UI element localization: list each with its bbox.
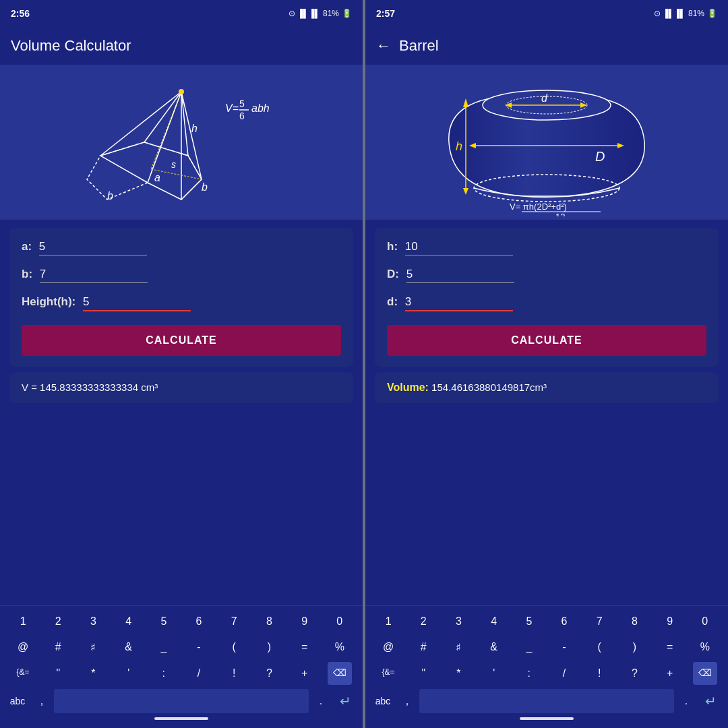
svg-text:b: b [202, 181, 208, 193]
key-period-left[interactable]: . [309, 690, 333, 712]
key-period-right[interactable]: . [674, 690, 698, 712]
key-eq-left[interactable]: = [293, 636, 317, 659]
key-8-right[interactable]: 8 [622, 610, 646, 633]
key-apos-left[interactable]: ' [117, 662, 141, 685]
svg-marker-27 [463, 188, 468, 195]
key-hash-left[interactable]: # [46, 636, 70, 659]
key-backspace-left[interactable]: ⌫ [328, 662, 352, 685]
key-quote-left[interactable]: " [46, 662, 70, 685]
key-8-left[interactable]: 8 [257, 610, 281, 633]
app-title-right: Barrel [399, 37, 439, 55]
key-4-left[interactable]: 4 [117, 610, 141, 633]
label-d: d: [387, 295, 401, 308]
nav-handle-left [154, 717, 208, 720]
key-eq-right[interactable]: = [658, 636, 682, 659]
result-box-right: Volume: 154.46163880149817cm³ [375, 372, 719, 403]
key-under-left[interactable]: _ [152, 636, 176, 659]
key-enter-right[interactable]: ↵ [698, 688, 723, 715]
key-0-left[interactable]: 0 [328, 610, 352, 633]
key-slash-right[interactable]: / [552, 662, 576, 685]
key-minus-left[interactable]: - [187, 636, 211, 659]
signal-icon-right: ⊙ ▐▌▐▌ [654, 9, 686, 18]
field-D: D: [387, 266, 706, 283]
key-pct-left[interactable]: % [328, 636, 352, 659]
key-3-left[interactable]: 3 [81, 610, 105, 633]
key-plus-right[interactable]: + [658, 662, 682, 685]
key-backspace-right[interactable]: ⌫ [693, 662, 717, 685]
key-special-right[interactable]: {&= [376, 662, 400, 685]
key-rparen-left[interactable]: ) [257, 636, 281, 659]
key-0-right[interactable]: 0 [693, 610, 717, 633]
key-9-right[interactable]: 9 [658, 610, 682, 633]
calculate-button-left[interactable]: CALCULATE [22, 325, 341, 356]
key-9-left[interactable]: 9 [293, 610, 317, 633]
key-comma-right[interactable]: , [395, 690, 419, 712]
input-D[interactable] [406, 266, 514, 283]
key-star-left[interactable]: * [81, 662, 105, 685]
kb-row2-left: @ # ♯ & _ - ( ) = % [5, 636, 357, 659]
input-b[interactable] [40, 266, 148, 283]
key-sharp-right[interactable]: ♯ [446, 636, 471, 659]
pyramid-diagram: h s a b b V= 5 6 abh [26, 68, 336, 216]
key-amp-right[interactable]: & [482, 636, 506, 659]
key-3-right[interactable]: 3 [446, 610, 471, 633]
key-2-left[interactable]: 2 [46, 610, 70, 633]
svg-text:5: 5 [239, 98, 245, 109]
input-height[interactable] [83, 294, 191, 311]
key-slash-left[interactable]: / [187, 662, 211, 685]
key-apos-right[interactable]: ' [482, 662, 506, 685]
diagram-right: h d D V= πh(2D²+d²) 12 [365, 65, 728, 220]
key-rparen-right[interactable]: ) [622, 636, 646, 659]
key-5-left[interactable]: 5 [152, 610, 176, 633]
back-button[interactable]: ← [376, 37, 391, 55]
key-abc-left[interactable]: abc [5, 690, 30, 712]
key-plus-left[interactable]: + [293, 662, 317, 685]
key-amp-left[interactable]: & [117, 636, 141, 659]
key-minus-right[interactable]: - [552, 636, 576, 659]
key-star-right[interactable]: * [446, 662, 471, 685]
svg-text:V= πh(2D²+d²): V= πh(2D²+d²) [510, 202, 567, 212]
key-1-left[interactable]: 1 [11, 610, 35, 633]
key-hash-right[interactable]: # [411, 636, 435, 659]
key-quote-right[interactable]: " [411, 662, 435, 685]
calculate-button-right[interactable]: CALCULATE [387, 325, 706, 356]
input-d[interactable] [405, 294, 513, 311]
key-under-right[interactable]: _ [517, 636, 541, 659]
key-comma-left[interactable]: , [30, 690, 54, 712]
field-d: d: [387, 294, 706, 311]
key-sharp-left[interactable]: ♯ [81, 636, 105, 659]
key-6-right[interactable]: 6 [552, 610, 576, 633]
key-at-left[interactable]: @ [11, 636, 35, 659]
input-a[interactable] [39, 239, 147, 255]
key-lparen-left[interactable]: ( [222, 636, 246, 659]
form-card-left: a: b: Height(h): CALCULATE [9, 228, 353, 367]
key-colon-right[interactable]: : [517, 662, 541, 685]
key-at-right[interactable]: @ [376, 636, 400, 659]
key-7-right[interactable]: 7 [587, 610, 611, 633]
key-lparen-right[interactable]: ( [587, 636, 611, 659]
key-5-right[interactable]: 5 [517, 610, 541, 633]
key-enter-left[interactable]: ↵ [333, 688, 357, 715]
key-qmark-left[interactable]: ? [257, 662, 281, 685]
field-h: h: [387, 239, 706, 255]
key-excl-left[interactable]: ! [222, 662, 246, 685]
kb-bottom-left: abc , . ↵ [5, 688, 357, 715]
status-bar-right: 2:57 ⊙ ▐▌▐▌ 81% 🔋 [365, 0, 728, 27]
key-excl-right[interactable]: ! [587, 662, 611, 685]
input-h[interactable] [405, 239, 513, 255]
key-6-left[interactable]: 6 [187, 610, 211, 633]
key-space-right[interactable] [419, 689, 674, 713]
key-colon-left[interactable]: : [152, 662, 176, 685]
label-b: b: [22, 268, 36, 280]
key-special-left[interactable]: {&= [11, 662, 35, 685]
key-abc-right[interactable]: abc [371, 690, 395, 712]
time-left: 2:56 [11, 8, 30, 19]
key-7-left[interactable]: 7 [222, 610, 246, 633]
key-space-left[interactable] [54, 689, 309, 713]
key-2-right[interactable]: 2 [411, 610, 435, 633]
key-pct-right[interactable]: % [693, 636, 717, 659]
barrel-diagram: h d D V= πh(2D²+d²) 12 [392, 68, 702, 216]
key-4-right[interactable]: 4 [482, 610, 506, 633]
key-qmark-right[interactable]: ? [622, 662, 646, 685]
key-1-right[interactable]: 1 [376, 610, 400, 633]
